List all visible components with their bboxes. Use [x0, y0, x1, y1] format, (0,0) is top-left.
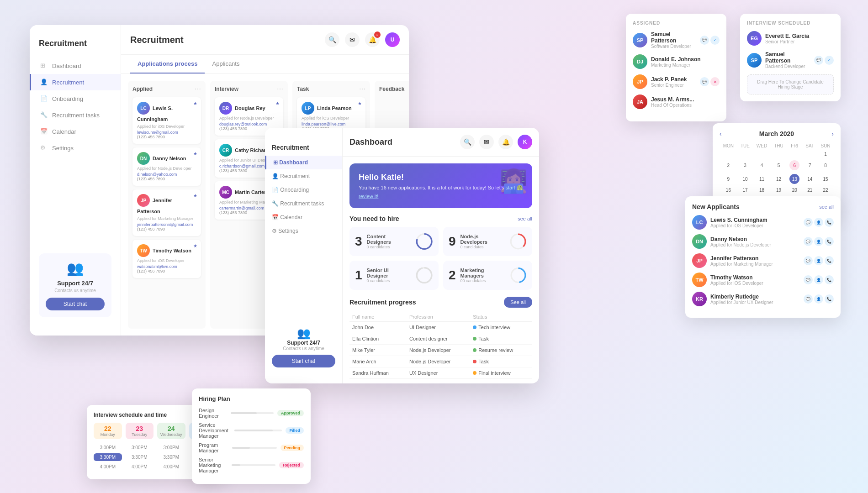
dashboard-sidebar: Recruitment ⊞ Dashboard 👤 Recruitment 📄 …: [265, 128, 343, 383]
person-actions: 💬 ✓: [814, 56, 834, 65]
users-icon: 👤: [272, 173, 280, 179]
dash-nav-item-recruitment[interactable]: 👤 Recruitment: [265, 169, 342, 183]
mail-icon-btn[interactable]: ✉: [345, 32, 360, 47]
action-btn-close[interactable]: ✕: [710, 77, 720, 86]
card-avatar: DR: [219, 102, 232, 115]
sidebar-item-settings[interactable]: ⚙ Settings: [30, 140, 121, 156]
card-name: Danny Nelson: [153, 156, 186, 161]
day-wednesday[interactable]: 24 Wednesday: [157, 423, 185, 439]
action-btn-phone[interactable]: 📞: [825, 218, 834, 227]
hire-see-all[interactable]: see all: [518, 216, 532, 221]
dash-nav-item-settings[interactable]: ⚙ Settings: [265, 224, 342, 238]
dash-support-widget: 👥 Support 24/7 Contacts us anytime Start…: [265, 320, 342, 374]
app-logo: Recruitment: [30, 34, 121, 58]
person-row: SP Samuel Patterson Software Developer 💬…: [633, 31, 720, 49]
action-btn-profile[interactable]: 👤: [814, 275, 823, 284]
topbar: Recruitment 🔍 ✉ 🔔 2 U: [121, 25, 409, 55]
dash-nav-item-onboarding[interactable]: 📄 Onboarding: [265, 183, 342, 197]
cal-marked-day[interactable]: 6: [789, 160, 799, 170]
person-row: JP Jack P. Panek Senior Engineer 💬 ✕: [633, 74, 720, 89]
calendar-prev-btn[interactable]: ‹: [720, 130, 722, 137]
card-email: douglas.rey@outlook.com: [219, 122, 279, 126]
hire-donut-chart: [509, 232, 527, 251]
card-role: Applied for Marketing Manager: [137, 216, 196, 221]
progress-see-all-button[interactable]: See all: [504, 297, 532, 308]
row-status: Final interview: [470, 367, 532, 379]
action-btn-phone[interactable]: 📞: [825, 275, 834, 284]
col-menu-applied[interactable]: ⋯: [195, 85, 201, 93]
card-avatar: DN: [137, 152, 150, 165]
col-header-interview: Interview ⋯: [215, 85, 283, 93]
status-badge-pending: Pending: [281, 445, 304, 451]
highlighted-time[interactable]: 3:30PM: [94, 453, 122, 461]
person-avatar: DJ: [633, 54, 647, 69]
person-row: EG Everett E. Garcia Senior Partner: [747, 31, 834, 46]
sidebar-item-tasks[interactable]: 🔧 Recruitment tasks: [30, 107, 121, 123]
tab-applications-process[interactable]: Applications process: [130, 55, 205, 73]
day-tuesday[interactable]: 23 Tuesday: [126, 423, 154, 439]
cal-day-thu: THU: [771, 142, 787, 150]
dash-nav-item-tasks[interactable]: 🔧 Recruitment tasks: [265, 197, 342, 210]
svg-point-5: [417, 268, 432, 283]
action-btn-msg[interactable]: 💬: [700, 36, 709, 45]
card-role: Applied for Node.js Developer: [137, 166, 196, 171]
cal-day-sat: SAT: [802, 142, 817, 150]
hiring-plan-popup: Hiring Plan Design Engineer Approved Ser…: [192, 388, 311, 484]
action-btn-msg[interactable]: 💬: [814, 56, 823, 65]
col-fullname: Full name: [349, 312, 407, 322]
action-btn-msg[interactable]: 💬: [804, 275, 813, 284]
action-btn-msg[interactable]: 💬: [700, 77, 709, 86]
cal-today[interactable]: 13: [789, 174, 799, 184]
card-name: Timothy Watson: [153, 248, 191, 253]
users-icon: 👤: [40, 79, 48, 86]
dash-start-chat-button[interactable]: Start chat: [272, 355, 335, 367]
action-btn-profile[interactable]: 👤: [814, 237, 823, 246]
person-avatar: SP: [747, 53, 762, 68]
user-avatar[interactable]: U: [385, 32, 400, 47]
search-icon-btn[interactable]: 🔍: [325, 32, 339, 47]
action-btn-check[interactable]: ✓: [825, 56, 834, 65]
status-dot: [473, 348, 476, 352]
action-btn-profile[interactable]: 👤: [814, 218, 823, 227]
calendar-icon: 📅: [272, 214, 280, 220]
applicant-info: Danny Nelson Applied for Node.js Develop…: [710, 236, 771, 247]
action-btn-msg[interactable]: 💬: [804, 218, 813, 227]
calendar-next-btn[interactable]: ›: [831, 130, 834, 137]
dashboard-content-area: Dashboard 🔍 ✉ 🔔 K Hello Katie! You have …: [343, 128, 539, 383]
table-row: Sandra Huffman UX Designer Final intervi…: [349, 367, 532, 379]
tab-applicants[interactable]: Applicants: [205, 55, 247, 73]
start-chat-button[interactable]: Start chat: [46, 298, 105, 310]
review-link[interactable]: review it!: [359, 194, 523, 199]
dash-notification-icon[interactable]: 🔔: [498, 135, 513, 149]
applicants-section-header: New Applicants see all: [692, 203, 834, 210]
action-btn-profile[interactable]: 👤: [814, 256, 823, 265]
dash-nav-item-dashboard[interactable]: ⊞ Dashboard: [265, 156, 342, 169]
sidebar-nav: ⊞ Dashboard 👤 Recruitment 📄 Onboarding 🔧…: [30, 58, 121, 244]
action-btn-phone[interactable]: 📞: [825, 256, 834, 265]
action-btn-msg[interactable]: 💬: [804, 237, 813, 246]
dash-nav-item-calendar[interactable]: 📅 Calendar: [265, 210, 342, 224]
applicants-see-all[interactable]: see all: [819, 204, 834, 210]
dash-search-icon[interactable]: 🔍: [460, 135, 475, 149]
dash-user-avatar[interactable]: K: [518, 135, 532, 149]
hiring-bar: [231, 412, 274, 414]
sidebar-item-dashboard[interactable]: ⊞ Dashboard: [30, 58, 121, 74]
action-btn-msg[interactable]: 💬: [804, 256, 813, 265]
sidebar-item-onboarding[interactable]: 📄 Onboarding: [30, 90, 121, 107]
notification-icon-btn[interactable]: 🔔 2: [365, 32, 380, 47]
notification-badge: 2: [374, 31, 381, 38]
action-btn-phone[interactable]: 📞: [825, 237, 834, 246]
sidebar-item-calendar[interactable]: 📅 Calendar: [30, 123, 121, 140]
action-btn-msg[interactable]: 💬: [804, 294, 813, 304]
dash-mail-icon[interactable]: ✉: [479, 135, 494, 149]
day-monday[interactable]: 22 Monday: [94, 423, 122, 439]
col-menu-task[interactable]: ⋯: [359, 85, 365, 93]
interview-scheduled-panel: INTERVIEW SCHEDULED EG Everett E. Garcia…: [740, 14, 841, 101]
action-btn-profile[interactable]: 👤: [814, 294, 823, 304]
col-menu-interview[interactable]: ⋯: [277, 85, 283, 93]
sidebar-item-recruitment[interactable]: 👤 Recruitment: [30, 74, 121, 90]
calendar-title: March 2020: [759, 130, 794, 137]
tool-icon: 🔧: [40, 111, 48, 119]
action-btn-check[interactable]: ✓: [710, 36, 720, 45]
action-btn-phone[interactable]: 📞: [825, 294, 834, 304]
